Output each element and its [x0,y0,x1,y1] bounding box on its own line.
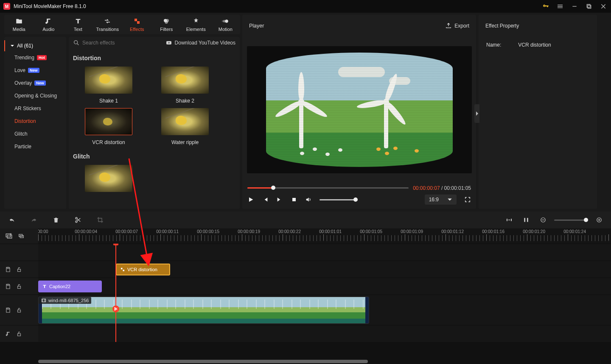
sidebar-item-particle[interactable]: Particle [4,140,66,153]
search-effects[interactable] [73,39,137,46]
search-input[interactable] [82,40,137,46]
tab-media[interactable]: Media [4,17,34,32]
export-button[interactable]: Export [445,22,469,29]
export-icon [445,22,452,29]
time-total: 00:00:01:05 [444,185,471,191]
progress-thumb[interactable] [271,186,275,190]
chevron-down-icon [10,44,14,48]
tab-filters[interactable]: Filters [152,17,182,32]
svg-rect-28 [7,308,9,309]
delete-button[interactable] [50,217,62,223]
tab-elements[interactable]: Elements [181,17,211,32]
badge-new: New [34,81,46,86]
volume-button[interactable] [305,196,312,203]
chevron-down-icon [447,197,452,202]
playhead[interactable] [115,244,116,342]
motion-icon [221,17,229,25]
lock-icon[interactable] [16,331,22,337]
transitions-icon [104,17,111,25]
zoom-slider[interactable] [554,220,588,221]
effect-glitch-1[interactable] [83,165,134,192]
effect-clip[interactable]: VCR distortion [116,264,170,275]
snap-icon[interactable] [520,217,532,223]
sidebar-item-overlay[interactable]: Overlay New [4,77,66,89]
player-progress[interactable]: 00:00:00:07 / 00:00:01:05 [242,183,476,192]
svg-rect-26 [7,284,9,285]
split-button[interactable] [72,217,84,223]
minimize-icon[interactable] [570,3,579,10]
save-icon[interactable] [5,307,11,313]
music-icon[interactable] [5,331,11,337]
undo-button[interactable] [6,217,18,223]
key-icon[interactable] [541,3,550,10]
sidebar-item-love[interactable]: Love New [4,64,66,77]
effect-shake-2[interactable]: Shake 2 [160,67,210,104]
volume-slider[interactable] [320,199,358,200]
titlebar: M MiniTool MovieMaker Free 8.1.0 [0,0,611,13]
play-button[interactable] [247,196,254,203]
lock-icon[interactable] [16,267,22,272]
effect-vcr-distortion[interactable]: VCR distortion [83,108,134,145]
aspect-ratio-selector[interactable]: 16:9 [425,195,457,205]
tab-transitions[interactable]: Transitions [93,17,123,32]
track-stack-icon[interactable] [18,233,25,239]
next-frame-button[interactable] [276,196,283,203]
close-icon[interactable] [599,3,608,10]
ruler-label: 00:00:00:04 [75,229,97,234]
svg-rect-4 [137,21,140,24]
svg-rect-29 [18,310,21,312]
badge-hot: Hot [37,55,47,60]
cut-badge-icon[interactable] [112,306,119,312]
video-clip[interactable]: wind-mill-6875_256 [38,297,369,324]
svg-rect-16 [524,218,525,222]
effects-icon [133,17,141,25]
sidebar-all[interactable]: All (61) [4,40,66,51]
menu-icon[interactable] [556,3,564,10]
tab-text[interactable]: Text [63,17,93,32]
effect-thumb [85,67,132,94]
fit-width-icon[interactable] [503,217,515,223]
collapse-right-panel[interactable] [474,104,479,123]
prev-frame-button[interactable] [262,196,269,203]
effect-thumb [85,165,132,192]
add-track-icon[interactable] [5,232,13,240]
caption-clip[interactable]: Caption22 [38,281,102,292]
search-icon [73,39,80,46]
save-icon[interactable] [5,283,11,289]
effect-shake-1[interactable]: Shake 1 [83,67,134,104]
stop-button[interactable] [291,196,297,203]
tab-motion[interactable]: Motion [211,17,241,32]
timeline-ruler[interactable]: 00:0000:00:00:0400:00:00:0700:00:00:1100… [38,228,611,244]
maximize-icon[interactable] [585,3,593,10]
zoom-in-button[interactable] [593,217,605,223]
sidebar-item-trending[interactable]: Trending Hot [4,51,66,64]
svg-rect-1 [587,4,590,7]
top-tabs: Media Audio Text Transitions Effects Fil… [4,15,240,34]
sidebar-item-ar-stickers[interactable]: AR Stickers [4,102,66,115]
youtube-icon [165,39,172,46]
svg-rect-27 [18,286,21,288]
lock-icon[interactable] [16,283,22,289]
crop-button[interactable] [94,217,106,223]
tab-effects[interactable]: Effects [122,17,152,32]
sidebar-item-opening-closing[interactable]: Opening & Closing [4,89,66,102]
timeline-scrollbar[interactable] [38,360,607,363]
video-track-head [0,295,38,325]
ruler-label: 00:00:01:01 [319,229,342,234]
svg-rect-3 [135,19,137,21]
effect-thumb [161,67,209,94]
video-clip-icon [41,298,46,303]
sidebar-item-glitch[interactable]: Glitch [4,128,66,140]
tab-audio[interactable]: Audio [34,17,64,32]
lock-icon[interactable] [16,307,22,313]
caption-track-head [0,278,38,295]
caption-track: Caption22 [38,278,611,295]
download-youtube-link[interactable]: Download YouTube Videos [165,39,235,46]
redo-button[interactable] [28,217,40,223]
fullscreen-button[interactable] [464,196,471,203]
sidebar-item-distortion[interactable]: Distortion [4,115,66,128]
zoom-out-button[interactable] [537,217,549,223]
save-icon[interactable] [5,267,11,272]
tracks-body[interactable]: VCR distortion Caption22 wind-mill-6875_… [38,244,611,342]
effect-water-ripple[interactable]: Water ripple [160,108,210,145]
